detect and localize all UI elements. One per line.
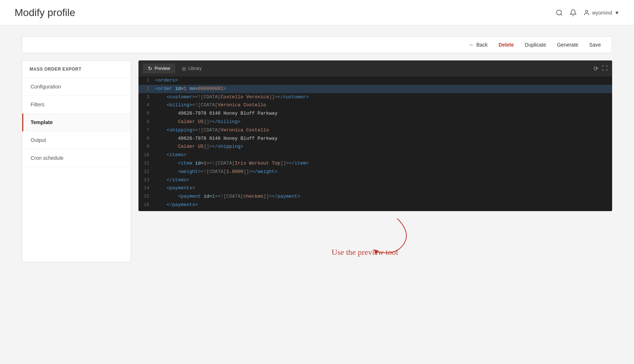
code-line: 13 </items> xyxy=(138,176,612,185)
sidebar-item-filters[interactable]: Filters xyxy=(22,96,131,114)
annotation-text: Use the preview tool xyxy=(332,248,398,257)
code-line: 14 <payments> xyxy=(138,184,612,193)
code-line: 5 49628-7978 6146 Honey Bluff Parkway xyxy=(138,110,612,118)
sidebar: MASS ORDER EXPORT Configuration Filters … xyxy=(22,60,131,262)
code-line: 1<orders> xyxy=(138,76,612,85)
username-label: wyomind xyxy=(592,10,612,16)
toolbar: ← Back Delete Duplicate Generate Save xyxy=(22,36,612,53)
code-line: 12 <weight><![CDATA[1.0000]]></weight> xyxy=(138,168,612,176)
editor-fullscreen-button[interactable]: ⛶ xyxy=(602,65,608,72)
bell-icon[interactable] xyxy=(570,9,577,16)
page-wrapper: Modify profile wyomind ▼ xyxy=(0,0,634,364)
svg-line-1 xyxy=(561,14,562,15)
editor-container: ↻ Preview ◎ Library ⟳ ⛶ xyxy=(138,60,612,211)
duplicate-button[interactable]: Duplicate xyxy=(525,42,546,48)
annotation-area: Use the preview tool xyxy=(138,218,612,262)
svg-point-0 xyxy=(556,10,561,15)
code-line: 15 <payment id=1><![CDATA[checkmo]]></pa… xyxy=(138,193,612,201)
generate-button[interactable]: Generate xyxy=(557,42,578,48)
code-line: 9 Calder US]]></shipping> xyxy=(138,143,612,151)
search-icon[interactable] xyxy=(556,9,563,16)
code-line: 8 49628-7978 6146 Honey Bluff Parkway xyxy=(138,135,612,143)
editor-controls: ⟳ ⛶ xyxy=(594,65,608,72)
tab-preview[interactable]: ↻ Preview xyxy=(143,63,175,74)
editor-tabs: ↻ Preview ◎ Library xyxy=(143,63,207,74)
sidebar-item-cron-schedule[interactable]: Cron schedule xyxy=(22,149,131,167)
library-icon: ◎ xyxy=(182,66,186,71)
page-title: Modify profile xyxy=(15,7,75,19)
code-line: 10 <items> xyxy=(138,151,612,159)
editor-refresh-button[interactable]: ⟳ xyxy=(594,65,598,72)
dropdown-icon: ▼ xyxy=(614,10,619,16)
editor-area: ↻ Preview ◎ Library ⟳ ⛶ xyxy=(138,60,612,262)
code-line: 2<order id=1 no=000000001> xyxy=(138,85,612,93)
code-line: 6 Calder US]]></billing> xyxy=(138,118,612,126)
back-arrow-icon: ← xyxy=(469,42,474,48)
code-line: 4 <billing><![CDATA[Veronica Costello xyxy=(138,101,612,110)
code-line: 3 <customer><![CDATA[Costello Veronica]]… xyxy=(138,93,612,102)
code-line: 17 <invoices> xyxy=(138,209,612,211)
body-area: MASS ORDER EXPORT Configuration Filters … xyxy=(22,60,612,262)
top-header: Modify profile wyomind ▼ xyxy=(0,0,634,25)
header-actions: wyomind ▼ xyxy=(556,9,619,16)
main-content: ← Back Delete Duplicate Generate Save MA… xyxy=(0,25,634,273)
code-line: 16 </payments> xyxy=(138,201,612,209)
user-menu[interactable]: wyomind ▼ xyxy=(583,9,619,16)
sidebar-section-title: MASS ORDER EXPORT xyxy=(22,61,131,78)
code-line: 7 <shipping><![CDATA[Veronica Costello xyxy=(138,126,612,135)
sidebar-item-configuration[interactable]: Configuration xyxy=(22,78,131,96)
preview-icon: ↻ xyxy=(148,66,152,71)
sidebar-item-template[interactable]: Template xyxy=(22,114,131,131)
code-line: 11 <item id=1><![CDATA[Iris Workout Top]… xyxy=(138,159,612,168)
delete-button[interactable]: Delete xyxy=(498,42,514,48)
editor-topbar: ↻ Preview ◎ Library ⟳ ⛶ xyxy=(138,60,612,76)
tab-library[interactable]: ◎ Library xyxy=(177,63,207,74)
save-button[interactable]: Save xyxy=(589,42,601,48)
svg-point-2 xyxy=(586,10,588,12)
sidebar-item-output[interactable]: Output xyxy=(22,131,131,149)
back-button[interactable]: ← Back xyxy=(469,42,488,48)
code-area[interactable]: 1<orders>2<order id=1 no=000000001>3 <cu… xyxy=(138,76,612,211)
